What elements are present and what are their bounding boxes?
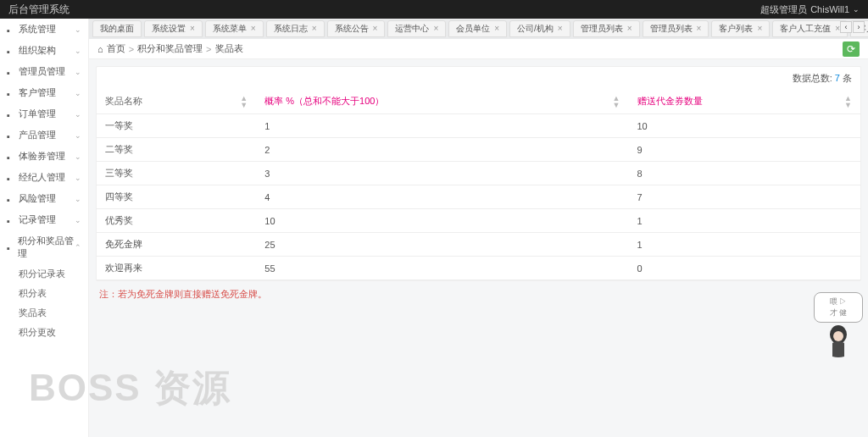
cell-name: 免死金牌 xyxy=(97,233,256,257)
cell-rate: 4 xyxy=(256,185,628,209)
sidebar-item-1[interactable]: ▪组织架构⌄ xyxy=(0,40,88,61)
sidebar-subitem-2[interactable]: 奖品表 xyxy=(0,303,88,323)
menu-icon: ▪ xyxy=(7,89,15,97)
tab-7[interactable]: 公司/机构× xyxy=(509,20,570,37)
sidebar-item-7[interactable]: ▪经纪人管理⌄ xyxy=(0,167,88,188)
cell-name: 欢迎再来 xyxy=(97,257,256,280)
content-panel: 数据总数: 7 条 奖品名称▲▼概率 %（总和不能大于100）▲▼赠送代金券数量… xyxy=(96,66,861,281)
close-icon[interactable]: × xyxy=(373,20,378,37)
sidebar-subitem-1[interactable]: 积分表 xyxy=(0,284,88,303)
svg-point-1 xyxy=(833,331,843,341)
table-row[interactable]: 四等奖47 xyxy=(97,185,860,209)
sidebar-item-6[interactable]: ▪体验券管理⌄ xyxy=(0,146,88,167)
close-icon[interactable]: × xyxy=(697,20,702,37)
crumb-home[interactable]: 首页 xyxy=(107,42,125,55)
cell-qty: 7 xyxy=(629,185,861,209)
tab-2[interactable]: 系统菜单× xyxy=(205,20,264,37)
chevron-down-icon: ⌄ xyxy=(75,68,81,76)
cell-rate: 3 xyxy=(256,162,628,185)
table-row[interactable]: 优秀奖101 xyxy=(97,209,860,233)
col-header-0[interactable]: 奖品名称▲▼ xyxy=(97,90,256,114)
chevron-down-icon: ⌄ xyxy=(75,216,81,224)
sidebar-item-8[interactable]: ▪风险管理⌄ xyxy=(0,188,88,209)
cell-qty: 1 xyxy=(629,209,861,233)
tab-1[interactable]: 系统设置× xyxy=(144,20,203,37)
chevron-up-icon: ⌃ xyxy=(75,243,81,252)
add-button[interactable]: ⟳ xyxy=(843,41,860,57)
chevron-down-icon: ⌄ xyxy=(75,131,81,140)
chevron-down-icon: ⌄ xyxy=(75,174,81,182)
sidebar-item-0[interactable]: ▪系统管理⌄ xyxy=(0,19,88,40)
sidebar-item-2[interactable]: ▪管理员管理⌄ xyxy=(0,61,88,82)
close-icon[interactable]: × xyxy=(757,20,762,37)
table-row[interactable]: 三等奖38 xyxy=(97,162,860,185)
mascot-bubble: 喂 ▷ 才 健 xyxy=(814,292,863,323)
col-header-2[interactable]: 赠送代金券数量▲▼ xyxy=(629,90,861,114)
tab-6[interactable]: 会员单位× xyxy=(448,20,507,37)
close-icon[interactable]: × xyxy=(433,20,438,37)
sidebar-subitem-0[interactable]: 积分记录表 xyxy=(0,264,88,284)
cell-rate: 2 xyxy=(256,138,628,162)
chevron-down-icon: ⌄ xyxy=(75,152,81,161)
cell-qty: 1 xyxy=(629,233,861,257)
menu-icon: ▪ xyxy=(7,152,15,161)
table-row[interactable]: 二等奖29 xyxy=(97,138,860,162)
cell-name: 一等奖 xyxy=(97,114,256,138)
close-icon[interactable]: × xyxy=(494,20,499,37)
menu-icon: ▪ xyxy=(7,25,15,34)
tab-10[interactable]: 客户列表× xyxy=(711,20,770,37)
tab-0[interactable]: 我的桌面 xyxy=(92,20,142,37)
cell-qty: 0 xyxy=(629,257,861,280)
user-role: 超级管理员 xyxy=(760,3,807,16)
tab-3[interactable]: 系统日志× xyxy=(266,20,325,37)
cell-name: 二等奖 xyxy=(97,138,256,162)
col-header-1[interactable]: 概率 %（总和不能大于100）▲▼ xyxy=(256,90,628,114)
user-menu[interactable]: 超级管理员 ChisWill1 ⌄ xyxy=(760,3,860,16)
table-row[interactable]: 一等奖110 xyxy=(97,114,860,138)
tab-5[interactable]: 运营中心× xyxy=(387,20,446,37)
mascot[interactable]: 喂 ▷ 才 健 xyxy=(814,292,863,361)
cell-rate: 10 xyxy=(256,209,628,233)
table-row[interactable]: 欢迎再来550 xyxy=(97,257,860,280)
record-count: 数据总数: 7 条 xyxy=(97,67,860,90)
tab-9[interactable]: 管理员列表× xyxy=(643,20,709,37)
crumb-sep: > xyxy=(206,44,211,54)
sidebar-subitem-3[interactable]: 积分更改 xyxy=(0,323,88,342)
cell-qty: 8 xyxy=(629,162,861,185)
tab-11[interactable]: 客户人工充值× xyxy=(772,20,848,37)
crumb-page: 奖品表 xyxy=(215,42,243,55)
crumb-section[interactable]: 积分和奖品管理 xyxy=(137,42,203,55)
sort-icon[interactable]: ▲▼ xyxy=(844,95,852,108)
close-icon[interactable]: × xyxy=(312,20,317,37)
cell-rate: 1 xyxy=(256,114,628,138)
sidebar-item-9[interactable]: ▪记录管理⌄ xyxy=(0,209,88,230)
menu-icon: ▪ xyxy=(7,131,15,140)
sidebar-item-10[interactable]: ▪积分和奖品管理⌃ xyxy=(0,230,88,264)
cell-qty: 10 xyxy=(629,114,861,138)
chevron-down-icon: ⌄ xyxy=(853,5,860,14)
cell-rate: 25 xyxy=(256,233,628,257)
sidebar-item-5[interactable]: ▪产品管理⌄ xyxy=(0,124,88,146)
close-icon[interactable]: × xyxy=(627,20,632,37)
sort-icon[interactable]: ▲▼ xyxy=(240,95,248,108)
tabs-scroll-right[interactable]: › xyxy=(853,21,865,33)
tab-4[interactable]: 系统公告× xyxy=(327,20,386,37)
chevron-down-icon: ⌄ xyxy=(75,47,81,55)
tabs-scroll-left[interactable]: ‹ xyxy=(840,21,852,33)
sidebar: ▪系统管理⌄▪组织架构⌄▪管理员管理⌄▪客户管理⌄▪订单管理⌄▪产品管理⌄▪体验… xyxy=(0,19,89,437)
breadcrumb: ⌂ 首页 > 积分和奖品管理 > 奖品表 xyxy=(97,42,243,55)
menu-icon: ▪ xyxy=(7,47,15,55)
table-row[interactable]: 免死金牌251 xyxy=(97,233,860,257)
sort-icon[interactable]: ▲▼ xyxy=(613,95,620,108)
close-icon[interactable]: × xyxy=(190,20,195,37)
tab-8[interactable]: 管理员列表× xyxy=(573,20,640,37)
top-bar: 后台管理系统 超级管理员 ChisWill1 ⌄ xyxy=(0,0,868,19)
menu-icon: ▪ xyxy=(7,195,15,203)
cell-name: 优秀奖 xyxy=(97,209,256,233)
menu-icon: ▪ xyxy=(7,216,15,224)
prize-table: 奖品名称▲▼概率 %（总和不能大于100）▲▼赠送代金券数量▲▼ 一等奖110二… xyxy=(97,90,860,280)
close-icon[interactable]: × xyxy=(251,20,256,37)
sidebar-item-4[interactable]: ▪订单管理⌄ xyxy=(0,103,88,124)
close-icon[interactable]: × xyxy=(558,20,563,37)
sidebar-item-3[interactable]: ▪客户管理⌄ xyxy=(0,82,88,103)
